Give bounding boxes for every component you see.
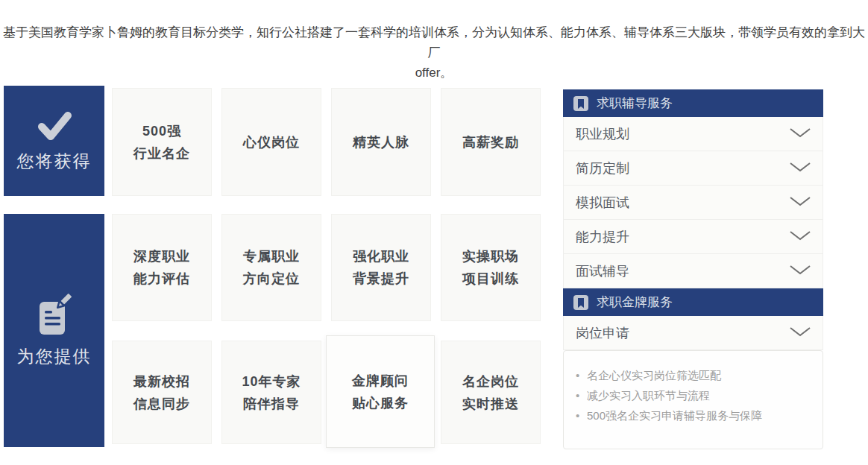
- accordion-item-label: 能力提升: [576, 228, 629, 246]
- chevron-down-icon: [790, 325, 811, 341]
- chevron-down-icon: [790, 263, 811, 279]
- benefit-card[interactable]: 精英人脉: [331, 88, 431, 196]
- book-icon: [573, 295, 588, 310]
- chevron-down-icon: [790, 126, 811, 142]
- accordion-item-label: 岗位申请: [576, 324, 629, 342]
- accordion-item-job-application[interactable]: 岗位申请: [563, 316, 823, 350]
- benefit-card[interactable]: 名企岗位 实时推送: [441, 341, 541, 444]
- gold-service-details: 名企心仪实习岗位筛选匹配 减少实习入职环节与流程 500强名企实习申请辅导服务与…: [563, 350, 823, 449]
- chevron-down-icon: [790, 229, 811, 244]
- banner-you-will-get: 您将获得: [4, 86, 104, 196]
- intro-line-1: 基于美国教育学家卜鲁姆的教育目标分类学，知行公社搭建了一套科学的培训体系，分为认…: [0, 22, 868, 63]
- accordion-item-resume-customization[interactable]: 简历定制: [563, 151, 823, 186]
- document-edit-icon: [35, 293, 74, 338]
- benefit-card[interactable]: 强化职业 背景提升: [331, 214, 431, 321]
- section-header-label: 求职辅导服务: [597, 95, 673, 112]
- book-icon: [573, 96, 588, 111]
- benefit-card[interactable]: 500强 行业名企: [112, 88, 212, 196]
- accordion-item-label: 职业规划: [576, 125, 629, 143]
- list-item: 减少实习入职环节与流程: [574, 385, 812, 405]
- benefit-card[interactable]: 实操职场 项目训练: [441, 214, 541, 321]
- benefit-card-highlighted[interactable]: 金牌顾问 贴心服务: [326, 335, 435, 448]
- intro-line-2: offer。: [0, 63, 868, 83]
- accordion-item-career-planning[interactable]: 职业规划: [563, 117, 823, 151]
- accordion-item-interview-coaching[interactable]: 面试辅导: [563, 254, 823, 288]
- gold-service-bullet-list: 名企心仪实习岗位筛选匹配 减少实习入职环节与流程 500强名企实习申请辅导服务与…: [574, 365, 812, 426]
- list-item: 500强名企实习申请辅导服务与保障: [574, 405, 812, 426]
- accordion-item-mock-interview[interactable]: 模拟面试: [563, 186, 823, 220]
- benefit-card[interactable]: 专属职业 方向定位: [221, 214, 321, 321]
- section-header-label: 求职金牌服务: [597, 294, 673, 311]
- banner-we-provide: 为您提供: [4, 214, 104, 447]
- chevron-down-icon: [790, 160, 811, 176]
- accordion-item-label: 面试辅导: [576, 262, 629, 280]
- benefit-card[interactable]: 心仪岗位: [221, 88, 321, 196]
- benefit-card[interactable]: 最新校招 信息同步: [112, 341, 212, 444]
- benefit-card[interactable]: 高薪奖励: [441, 88, 541, 196]
- benefit-card[interactable]: 10年专家 陪伴指导: [221, 341, 321, 444]
- intro-text: 基于美国教育学家卜鲁姆的教育目标分类学，知行公社搭建了一套科学的培训体系，分为认…: [0, 22, 868, 83]
- banner-label: 您将获得: [17, 150, 92, 173]
- chevron-down-icon: [790, 194, 811, 210]
- benefit-card[interactable]: 深度职业 能力评估: [112, 214, 212, 321]
- banner-label: 为您提供: [17, 345, 92, 368]
- training-system-section: 基于美国教育学家卜鲁姆的教育目标分类学，知行公社搭建了一套科学的培训体系，分为认…: [0, 0, 868, 465]
- services-panel: 求职辅导服务 职业规划 简历定制 模拟面试 能力提升: [563, 89, 823, 449]
- list-item: 名企心仪实习岗位筛选匹配: [574, 365, 812, 385]
- accordion-item-label: 模拟面试: [576, 194, 629, 212]
- section-header-gold-service: 求职金牌服务: [563, 288, 823, 316]
- section-header-coaching: 求职辅导服务: [563, 89, 823, 117]
- accordion-item-label: 简历定制: [576, 159, 629, 177]
- accordion-item-ability-improvement[interactable]: 能力提升: [563, 220, 823, 254]
- check-icon: [34, 110, 75, 142]
